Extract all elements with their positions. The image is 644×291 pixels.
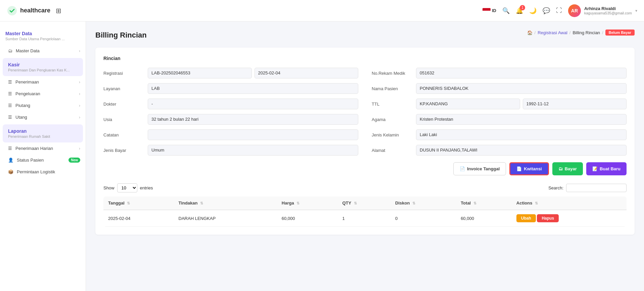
app-name: healthcare (20, 7, 50, 14)
hapus-button[interactable]: Hapus (537, 214, 559, 222)
sidebar-item-pengeluaran[interactable]: ☰ Pengeluaran › (0, 88, 86, 100)
no-rekam-label: No.Rekam Medik (372, 71, 412, 76)
breadcrumb-registrasi-awal[interactable]: Registrasi Awal (538, 30, 567, 35)
dark-mode-icon[interactable]: 🌙 (529, 7, 537, 14)
master-data-subtitle: Sumber Data Utama Pengelolaan ... (5, 37, 80, 41)
sort-icon: ⇅ (200, 201, 203, 206)
sidebar-item-label: Permintaan Logistik (17, 169, 55, 174)
list-icon: ☰ (8, 115, 12, 120)
kasir-subtitle: Penerimaan Dan Pengluaran Kas K... (8, 68, 78, 72)
sort-icon: ⇅ (535, 201, 538, 206)
status-badge: Belum Bayar (605, 30, 635, 36)
sidebar-item-piutang[interactable]: ☰ Piutang › (0, 100, 86, 111)
sidebar-laporan-header[interactable]: Laporan Penerimaan Rumah Sakit (3, 124, 83, 142)
agama-value: Kristen Protestan (416, 114, 627, 125)
sidebar-item-permintaan-logistik[interactable]: 📦 Permintaan Logistik (0, 166, 86, 178)
notification-badge: 1 (520, 5, 525, 10)
form-row-dokter: Dokter - (103, 99, 358, 109)
list-icon: ☰ (8, 79, 12, 84)
col-actions[interactable]: Actions ⇅ (512, 196, 627, 210)
form-row-usia: Usia 32 tahun 2 bulan 22 hari (103, 114, 358, 125)
language-selector[interactable]: ID (482, 8, 496, 13)
dokter-label: Dokter (103, 102, 144, 107)
kasir-title: Kasir (8, 62, 78, 67)
search-label: Search: (548, 185, 563, 190)
entries-select[interactable]: 10 25 50 100 (117, 183, 137, 192)
sidebar-kasir-header[interactable]: Kasir Penerimaan Dan Pengluaran Kas K... (3, 58, 83, 76)
chevron-right-icon: › (79, 103, 80, 108)
catatan-label: Catatan (103, 132, 144, 137)
page-header: Billing Rincian 🏠 / Registrasi Awal / Bi… (95, 30, 635, 41)
sidebar-master-data-header[interactable]: Master Data Sumber Data Utama Pengelolaa… (0, 27, 86, 45)
search-input[interactable] (566, 184, 627, 192)
ubah-button[interactable]: Ubah (516, 214, 536, 222)
jenis-kelamin-value: Laki Laki (416, 129, 627, 140)
breadcrumb: 🏠 / Registrasi Awal / Billing Rincian / … (527, 30, 635, 36)
sidebar-item-utang[interactable]: ☰ Utang › (0, 111, 86, 123)
sort-icon: ⇅ (296, 201, 300, 206)
table-row: 2025-02-04 DARAH LENGKAP 60,000 1 0 60,0… (103, 210, 627, 227)
main-content: Billing Rincian 🏠 / Registrasi Awal / Bi… (86, 21, 644, 291)
show-entries: Show 10 25 50 100 entries (103, 183, 153, 192)
sidebar-item-penerimaan[interactable]: ☰ Penerimaan › (0, 76, 86, 88)
form-row-no-rekam: No.Rekam Medik 051632 (372, 68, 627, 78)
chat-icon[interactable]: 💬 (543, 7, 550, 14)
col-tindakan[interactable]: Tindakan ⇅ (174, 196, 277, 210)
user-menu[interactable]: AR Arhinza Rivaldi kaguyasama535@gmail.c… (568, 4, 637, 17)
grid-icon[interactable]: ⊞ (56, 7, 61, 15)
kwitansi-button[interactable]: 📄 Kwitansi (509, 162, 549, 175)
sidebar-section-kasir: Kasir Penerimaan Dan Pengluaran Kas K...… (0, 58, 86, 123)
user-info: Arhinza Rivaldi kaguyasama535@gmail.com (584, 6, 632, 15)
user-chevron-icon: ▾ (635, 8, 637, 13)
sidebar-item-label: Penerimaan (15, 79, 39, 84)
col-qty[interactable]: QTY ⇅ (337, 196, 390, 210)
registrasi-label: Registrasi (103, 71, 144, 76)
col-diskon[interactable]: Diskon ⇅ (390, 196, 456, 210)
new-badge: New (68, 158, 80, 163)
wallet-icon: 🗂 (558, 166, 563, 171)
registrasi-values: LAB-202502046553 2025-02-04 (148, 68, 358, 78)
bayar-button[interactable]: 🗂 Bayar (552, 162, 583, 175)
notification-icon[interactable]: 🔔 1 (516, 7, 523, 14)
cell-actions: Ubah Hapus (512, 210, 627, 227)
no-rekam-value: 051632 (416, 68, 627, 78)
dokter-value: - (148, 99, 358, 109)
topbar: healthcare ⊞ ID 🔍 🔔 1 🌙 💬 ⛶ AR Arh (0, 0, 644, 21)
col-total[interactable]: Total ⇅ (456, 196, 512, 210)
sidebar-item-penerimaan-harian[interactable]: ☰ Penerimaan Harian › (0, 142, 86, 154)
sidebar-item-label: Master Data (16, 48, 40, 53)
box-icon: 📦 (8, 169, 13, 174)
col-harga[interactable]: Harga ⇅ (277, 196, 338, 210)
registrasi-value2: 2025-02-04 (255, 68, 359, 78)
sidebar-item-master-data[interactable]: 🗂 Master Data › (0, 45, 86, 57)
entries-label: entries (140, 185, 153, 190)
laporan-subtitle: Penerimaan Rumah Sakit (8, 134, 78, 138)
jenis-kelamin-label: Jenis Kelamin (372, 132, 412, 137)
sidebar-item-label: Utang (15, 115, 27, 120)
form-row-layanan: Layanan LAB (103, 83, 358, 94)
sidebar-item-status-pasien[interactable]: 👤 Status Pasien New (0, 154, 86, 166)
layanan-value: LAB (148, 83, 358, 94)
catatan-value (148, 129, 358, 140)
main-area: Master Data Sumber Data Utama Pengelolaa… (0, 21, 644, 291)
invoice-tanggal-button[interactable]: 📄 Invoice Tanggal (453, 162, 506, 175)
search-icon[interactable]: 🔍 (502, 7, 510, 14)
buat-baru-button[interactable]: 📝 Buat Baru (586, 162, 627, 175)
chevron-right-icon: › (79, 49, 80, 53)
sidebar: Master Data Sumber Data Utama Pengelolaa… (0, 21, 86, 291)
avatar: AR (568, 4, 581, 17)
laporan-title: Laporan (8, 128, 78, 134)
search-area: Search: (548, 184, 627, 192)
sidebar-item-label: Piutang (15, 103, 30, 108)
jenis-bayar-label: Jenis Bayar (103, 148, 144, 153)
home-icon[interactable]: 🏠 (527, 30, 533, 35)
show-label: Show (103, 185, 114, 190)
form-row-nama-pasien: Nama Pasien PONNERIS SIDABALOK (372, 83, 627, 94)
sidebar-item-label: Pengeluaran (15, 91, 40, 96)
plus-icon: 📝 (592, 166, 598, 171)
fullscreen-icon[interactable]: ⛶ (556, 7, 562, 14)
topbar-left: healthcare ⊞ (7, 5, 61, 16)
form-left-col: Registrasi LAB-202502046553 2025-02-04 L… (103, 68, 358, 156)
ttl-values: KP.KANDANG 1992-11-12 (416, 99, 627, 109)
col-tanggal[interactable]: Tanggal ⇅ (103, 196, 174, 210)
